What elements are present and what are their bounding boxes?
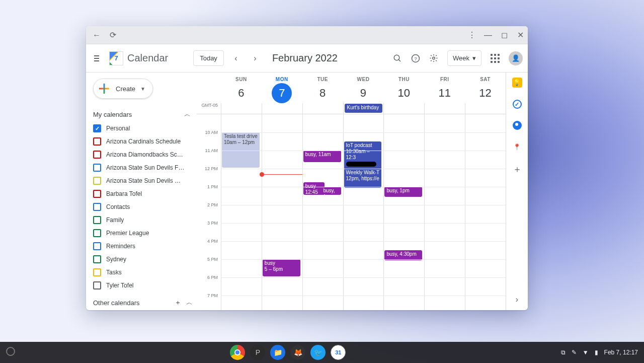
allday-cell[interactable] (262, 103, 302, 114)
calendar-checkbox[interactable] (93, 164, 101, 172)
allday-cell[interactable] (383, 103, 424, 114)
calendar-checkbox[interactable] (93, 177, 101, 185)
day-column[interactable]: IoT podcast10:30am – 12:3Weekly Walk-T12… (343, 114, 384, 310)
calendar-checkbox[interactable] (93, 203, 101, 211)
window-maximize-icon[interactable]: ◻ (500, 31, 509, 40)
main-menu-button[interactable] (91, 52, 102, 64)
browser-back-icon[interactable]: ← (92, 31, 101, 40)
event-title: IoT podcast (346, 142, 380, 149)
day-header[interactable]: WED9 (343, 72, 384, 103)
allday-cell[interactable] (221, 103, 262, 114)
calendar-checkbox[interactable] (93, 281, 101, 289)
calendar-checkbox[interactable] (93, 255, 101, 263)
my-calendars-header[interactable]: My calendars ︿ (93, 110, 193, 119)
day-column[interactable]: Tesla test drive10am – 12pm (221, 114, 262, 310)
allday-cell[interactable]: Kurt's birthday (343, 103, 384, 114)
day-header[interactable]: SAT12 (465, 72, 506, 103)
calendar-list-item[interactable]: Tasks (93, 267, 193, 278)
window-close-icon[interactable]: ✕ (516, 31, 525, 40)
event-block[interactable]: Weekly Walk-T12pm, https://e (344, 169, 382, 188)
view-select[interactable]: Week▾ (447, 50, 481, 66)
add-addon-icon[interactable]: ＋ (512, 164, 522, 174)
chrome-icon[interactable] (230, 345, 245, 360)
calendar-list-item[interactable]: Sydney (93, 254, 193, 265)
app-icon[interactable]: 🦊 (290, 345, 305, 360)
contacts-icon[interactable] (513, 121, 522, 130)
next-period-button[interactable]: › (248, 51, 262, 65)
day-column[interactable]: busy, 1pmbusy, 4:30pm (383, 114, 424, 310)
calendar-list-item[interactable]: Arizona State Sun Devils … (93, 175, 193, 186)
calendar-list-item[interactable]: Tyler Tofel (93, 280, 193, 291)
calendar-checkbox[interactable] (93, 190, 101, 198)
create-button[interactable]: Create ▼ (93, 79, 153, 99)
day-header[interactable]: FRI11 (424, 72, 465, 103)
calendar-list-item[interactable]: Reminders (93, 241, 193, 252)
event-block[interactable]: busy5 – 6pm (263, 259, 300, 276)
event-block[interactable]: busy, 1pm (384, 187, 422, 197)
stylus-icon[interactable]: ✎ (572, 349, 577, 356)
day-of-week-label: MON (262, 77, 302, 82)
calendar-checkbox[interactable] (93, 242, 101, 250)
browser-reload-icon[interactable]: ⟳ (108, 31, 117, 40)
collapse-panel-icon[interactable]: › (516, 295, 518, 304)
allday-cell[interactable] (465, 103, 506, 114)
calendar-checkbox[interactable] (93, 124, 101, 132)
account-avatar[interactable]: 👤 (509, 51, 523, 65)
app-p-icon[interactable]: P (250, 345, 265, 360)
maps-icon[interactable]: 📍 (512, 142, 522, 152)
twitter-icon[interactable]: 🐦 (310, 345, 326, 360)
calendar-list-item[interactable]: Contacts (93, 201, 193, 212)
calendar-list-item[interactable]: Arizona Cardinals Schedule (93, 136, 193, 147)
keep-icon[interactable]: 💡 (512, 78, 522, 88)
day-header[interactable]: TUE8 (302, 72, 343, 103)
time-grid[interactable]: 10 AM11 AM12 PM1 PM2 PM3 PM4 PM5 PM6 PM7… (197, 114, 506, 310)
calendar-list-item[interactable]: Premier League (93, 228, 193, 239)
calendar-list-item[interactable]: Personal (93, 123, 193, 134)
calendar-list-item[interactable]: Barbara Tofel (93, 188, 193, 199)
calendar-checkbox[interactable] (93, 137, 101, 146)
day-header[interactable]: SUN6 (221, 72, 262, 103)
prev-period-button[interactable]: ‹ (229, 51, 243, 65)
calendar-list-item[interactable]: Arizona Diamondbacks Sc… (93, 149, 193, 160)
today-button[interactable]: Today (193, 50, 224, 66)
tasks-icon[interactable] (513, 100, 522, 109)
add-calendar-icon[interactable]: ＋ (175, 298, 181, 307)
calendar-checkbox[interactable] (93, 216, 101, 224)
day-header[interactable]: THU10 (383, 72, 424, 103)
allday-cell[interactable] (302, 103, 343, 114)
hour-label: 2 PM (207, 202, 218, 207)
days-header: SUN6MON7TUE8WED9THU10FRI11SAT12 (221, 72, 506, 103)
calendar-checkbox[interactable] (93, 229, 101, 237)
google-apps-icon[interactable] (491, 54, 500, 63)
chevron-down-icon: ▾ (472, 54, 476, 62)
window-minimize-icon[interactable]: — (484, 31, 493, 40)
chevron-up-icon[interactable]: ︿ (186, 298, 193, 307)
day-header[interactable]: MON7 (262, 72, 302, 103)
calendar-checkbox[interactable] (93, 151, 101, 159)
day-column[interactable] (465, 114, 506, 310)
event-block[interactable]: busy, 11am (303, 151, 341, 162)
help-icon[interactable]: ? (411, 54, 420, 63)
event-block[interactable]: Tesla test drive10am – 12pm (222, 132, 260, 168)
event-block[interactable]: busy, 4:30pm (384, 250, 422, 260)
browser-menu-icon[interactable]: ⋮ (467, 31, 476, 40)
calendar-app-icon[interactable]: 31 (331, 345, 346, 360)
calendar-list-item[interactable]: Arizona State Sun Devils F… (93, 162, 193, 173)
allday-event[interactable]: Kurt's birthday (345, 104, 383, 113)
calendar-list-item[interactable]: Family (93, 214, 193, 226)
tote-icon[interactable]: ⧉ (561, 349, 566, 356)
event-block[interactable]: busy, 1 (321, 187, 341, 195)
calendar-checkbox[interactable] (93, 268, 101, 276)
day-column[interactable]: busy, 11ambusy12:45busy, 1 (302, 114, 343, 310)
settings-icon[interactable] (429, 54, 438, 63)
files-icon[interactable]: 📁 (270, 345, 285, 360)
launcher-button[interactable] (6, 347, 15, 358)
allday-cell[interactable] (424, 103, 465, 114)
app-logo[interactable]: 7 Calendar (109, 51, 168, 65)
day-column[interactable]: busy5 – 6pm (262, 114, 302, 310)
other-calendars-header[interactable]: Other calendars ＋ ︿ (93, 298, 193, 307)
system-tray[interactable]: ⧉ ✎ ▼ ▮ Feb 7, 12:17 (561, 349, 638, 356)
search-icon[interactable] (393, 54, 402, 63)
hour-label: 4 PM (207, 239, 218, 244)
day-column[interactable] (424, 114, 465, 310)
